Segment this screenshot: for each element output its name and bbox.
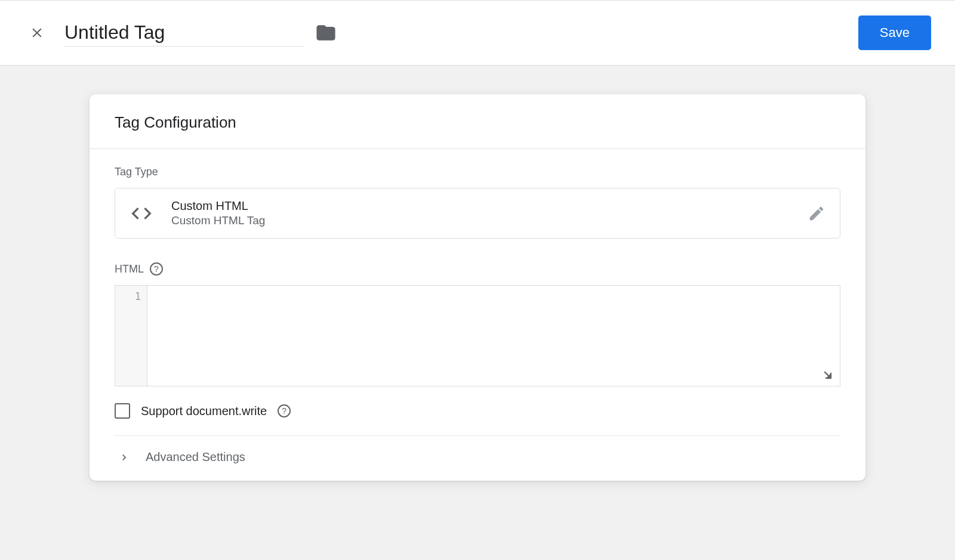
- close-button[interactable]: [26, 22, 48, 44]
- html-help-button[interactable]: ?: [150, 262, 163, 276]
- support-docwrite-checkbox[interactable]: [115, 403, 130, 419]
- tag-config-card: Tag Configuration Tag Type Custom HTML C…: [90, 94, 865, 481]
- html-section-label: HTML ?: [115, 262, 840, 276]
- html-label-text: HTML: [115, 263, 144, 276]
- content-area: Tag Configuration Tag Type Custom HTML C…: [0, 66, 955, 481]
- save-button[interactable]: Save: [858, 16, 931, 50]
- tag-type-selector[interactable]: Custom HTML Custom HTML Tag: [115, 188, 840, 239]
- resize-arrow-icon: [821, 368, 835, 382]
- card-header: Tag Configuration: [90, 94, 865, 149]
- pencil-icon: [808, 205, 825, 222]
- editor-resize-handle[interactable]: [821, 368, 835, 382]
- advanced-settings-label: Advanced Settings: [146, 450, 245, 464]
- docwrite-help-button[interactable]: ?: [278, 404, 291, 417]
- advanced-settings-toggle[interactable]: Advanced Settings: [115, 436, 840, 481]
- folder-button[interactable]: [316, 23, 336, 43]
- support-docwrite-row: Support document.write ?: [115, 403, 840, 436]
- html-code-textarea[interactable]: [147, 286, 840, 386]
- close-icon: [29, 25, 45, 41]
- edit-tag-type-button[interactable]: [808, 205, 825, 222]
- tag-type-desc: Custom HTML Tag: [171, 214, 808, 227]
- folder-icon: [316, 23, 336, 43]
- tag-type-label: Tag Type: [115, 166, 840, 178]
- chevron-right-icon: [118, 451, 130, 463]
- support-docwrite-label: Support document.write: [141, 404, 267, 418]
- tag-name-input[interactable]: [64, 19, 304, 47]
- line-number: 1: [115, 290, 141, 302]
- editor-gutter: 1: [115, 286, 147, 386]
- code-icon: [130, 202, 153, 225]
- html-code-editor: 1: [115, 285, 840, 386]
- tag-type-name: Custom HTML: [171, 199, 808, 213]
- editor-header: Save: [0, 0, 955, 66]
- tag-type-text: Custom HTML Custom HTML Tag: [171, 199, 808, 227]
- card-title: Tag Configuration: [115, 113, 840, 132]
